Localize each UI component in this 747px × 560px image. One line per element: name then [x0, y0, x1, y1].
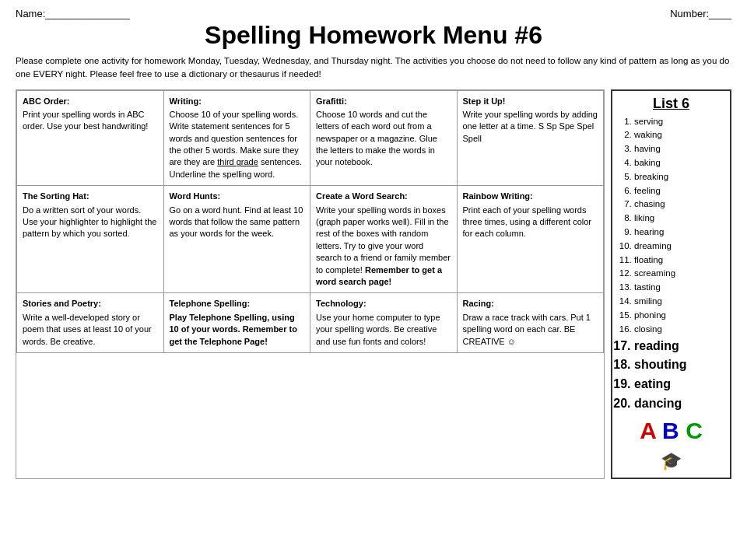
activity-grid: ABC Order:Print your spelling words in A… [16, 89, 605, 479]
cell-title: Writing: [170, 96, 305, 107]
activity-cell: The Sorting Hat:Do a written sort of you… [17, 186, 164, 293]
list-item: eating [634, 375, 724, 394]
list-item: liking [634, 212, 724, 226]
list-item: breaking [634, 170, 724, 184]
cell-title: Word Hunts: [170, 191, 305, 202]
list-item: reading [634, 337, 724, 356]
list-item: phoning [634, 309, 724, 323]
cell-title: Stories and Poetry: [23, 298, 158, 310]
activity-cell: Rainbow Writing:Print each of your spell… [457, 186, 604, 293]
activity-cell: Create a Word Search:Write your spelling… [310, 186, 458, 293]
list-item: tasting [634, 281, 724, 295]
letter-c-icon: C [686, 418, 703, 443]
cell-title: Create a Word Search: [316, 191, 451, 202]
activity-cell: ABC Order:Print your spelling words in A… [17, 90, 164, 186]
list-item: screaming [634, 267, 724, 281]
main-layout: ABC Order:Print your spelling words in A… [16, 89, 731, 479]
activity-table: ABC Order:Print your spelling words in A… [16, 90, 604, 353]
activity-cell: Step it Up!Write your spelling words by … [457, 90, 604, 186]
list-item: floating [634, 254, 724, 268]
list-title: List 6 [619, 96, 724, 112]
list-item: smiling [634, 295, 724, 309]
list-item: serving [634, 115, 724, 129]
cell-title: Rainbow Writing: [463, 191, 598, 202]
list-item: chasing [634, 198, 724, 212]
list-item: feeling [634, 184, 724, 198]
cell-title: Step it Up! [463, 96, 598, 107]
list-item: baking [634, 156, 724, 170]
cell-title: The Sorting Hat: [23, 191, 158, 202]
letter-a-icon: A [640, 418, 656, 443]
list-item: waking [634, 128, 724, 142]
activity-cell: Word Hunts:Go on a word hunt. Find at le… [163, 186, 310, 293]
activity-cell: Stories and Poetry:Write a well-develope… [17, 293, 164, 353]
activity-cell: Telephone Spelling:Play Telephone Spelli… [163, 293, 310, 353]
diploma-icon: 🎓 [661, 451, 682, 471]
spelling-list: List 6 servingwakinghavingbakingbreaking… [611, 89, 731, 479]
number-field: Number:____ [670, 8, 731, 19]
cell-title: Technology: [316, 298, 451, 310]
spelling-word-list: servingwakinghavingbakingbreakingfeeling… [619, 115, 724, 414]
activity-cell: Grafitti:Choose 10 words and cut the let… [310, 90, 458, 186]
activity-cell: Racing:Draw a race track with cars. Put … [457, 293, 604, 353]
abc-icons: A B C 🎓 [619, 417, 724, 473]
instructions-text: Please complete one activity for homewor… [16, 54, 731, 82]
cell-title: ABC Order: [23, 96, 158, 107]
cell-title: Grafitti: [316, 96, 451, 107]
list-item: dreaming [634, 240, 724, 254]
list-item: having [634, 142, 724, 156]
letter-b-icon: B [662, 418, 679, 443]
list-item: closing [634, 323, 724, 337]
list-item: hearing [634, 226, 724, 240]
name-field: Name:_______________ [16, 8, 130, 19]
activity-cell: Writing:Choose 10 of your spelling words… [163, 90, 310, 186]
list-item: dancing [634, 394, 724, 414]
cell-title: Racing: [463, 298, 598, 310]
cell-title: Telephone Spelling: [170, 298, 305, 310]
list-item: shouting [634, 355, 724, 375]
activity-cell: Technology:Use your home computer to typ… [310, 293, 458, 353]
page-title: Spelling Homework Menu #6 [16, 21, 731, 50]
